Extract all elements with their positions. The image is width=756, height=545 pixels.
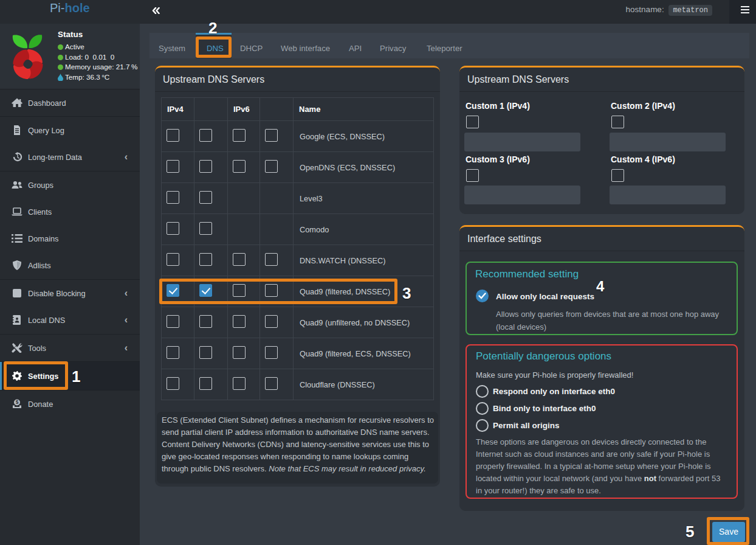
svg-text:$: $ [16, 399, 19, 405]
